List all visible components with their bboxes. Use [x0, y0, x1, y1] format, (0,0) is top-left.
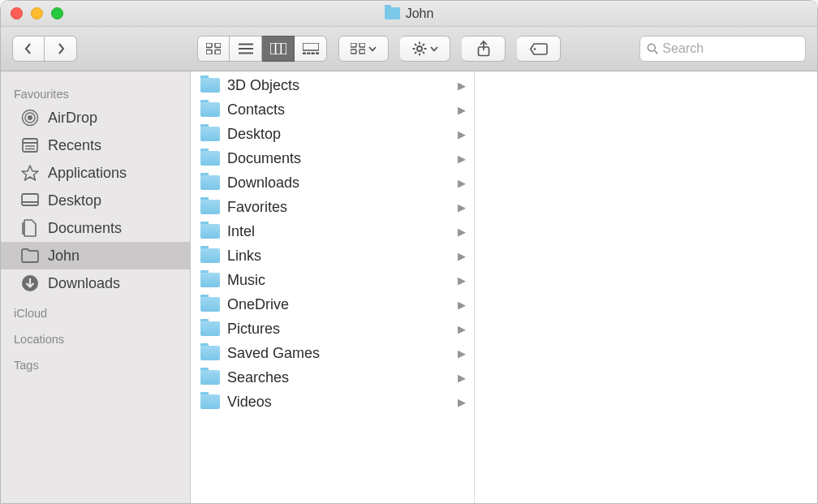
list-item[interactable]: Documents▶: [191, 146, 474, 170]
sidebar-item-desktop[interactable]: Desktop: [1, 187, 190, 214]
folder-icon: [200, 370, 220, 385]
chevron-right-icon: ▶: [458, 299, 466, 311]
svg-line-32: [654, 50, 657, 54]
minimize-button[interactable]: [31, 7, 43, 19]
list-item[interactable]: Saved Games▶: [191, 341, 474, 365]
svg-rect-12: [307, 53, 310, 55]
folder-icon: [200, 394, 220, 409]
folder-icon: [200, 224, 220, 239]
sidebar-item-downloads[interactable]: Downloads: [1, 269, 190, 297]
sidebar-item-label: AirDrop: [48, 110, 97, 127]
chevron-right-icon: ▶: [458, 201, 466, 213]
chevron-down-icon: [430, 46, 438, 52]
chevron-down-icon: [368, 46, 377, 52]
column-view: 3D Objects▶Contacts▶Desktop▶Documents▶Do…: [191, 71, 817, 503]
chevron-right-icon: ▶: [458, 177, 466, 189]
chevron-right-icon: ▶: [458, 372, 466, 384]
list-item[interactable]: Pictures▶: [191, 317, 474, 341]
sidebar-heading-tags: Tags: [1, 349, 190, 375]
list-item-label: OneDrive: [227, 296, 450, 313]
documents-icon: [20, 219, 40, 237]
list-item-label: Documents: [227, 150, 450, 167]
list-item-label: 3D Objects: [227, 77, 450, 94]
sidebar-item-airdrop[interactable]: AirDrop: [1, 104, 190, 131]
action-button[interactable]: [400, 36, 450, 62]
list-icon: [239, 43, 253, 54]
sidebar-item-documents[interactable]: Documents: [1, 214, 190, 242]
share-button[interactable]: [462, 36, 506, 62]
maximize-button[interactable]: [51, 7, 63, 19]
list-item[interactable]: Intel▶: [191, 219, 474, 243]
view-icons-button[interactable]: [197, 36, 230, 62]
svg-rect-3: [215, 50, 221, 55]
svg-line-27: [422, 44, 424, 45]
chevron-right-icon: [56, 42, 66, 55]
folder-icon: [200, 273, 220, 287]
list-item[interactable]: Music▶: [191, 268, 474, 292]
nav-group: [12, 36, 77, 62]
sidebar-item-applications[interactable]: Applications: [1, 159, 190, 187]
titlebar: John: [1, 1, 817, 27]
list-item[interactable]: Contacts▶: [191, 97, 474, 122]
sidebar-item-label: Recents: [48, 137, 101, 154]
chevron-right-icon: ▶: [458, 226, 466, 238]
desktop-icon: [20, 192, 40, 209]
tag-icon: [530, 43, 548, 55]
sidebar-item-label: Documents: [48, 220, 122, 237]
column-1[interactable]: 3D Objects▶Contacts▶Desktop▶Documents▶Do…: [191, 71, 475, 503]
list-item-label: Music: [227, 272, 450, 289]
tags-button[interactable]: [517, 36, 561, 62]
svg-rect-11: [303, 53, 306, 55]
svg-rect-36: [23, 139, 37, 152]
applications-icon: [20, 164, 40, 182]
folder-icon: [200, 248, 220, 263]
list-item[interactable]: Desktop▶: [191, 122, 474, 146]
chevron-right-icon: ▶: [458, 104, 466, 116]
folder-icon: [200, 321, 220, 336]
chevron-right-icon: ▶: [458, 250, 466, 262]
list-item-label: Pictures: [227, 321, 450, 338]
folder-icon: [200, 200, 220, 214]
list-item-label: Desktop: [227, 126, 450, 143]
view-gallery-button[interactable]: [295, 36, 327, 62]
svg-line-25: [422, 52, 424, 54]
sidebar-heading-locations: Locations: [1, 323, 190, 349]
sidebar-item-john[interactable]: John: [1, 242, 190, 269]
list-item[interactable]: Videos▶: [191, 390, 474, 414]
window-title-text: John: [406, 6, 434, 21]
search-box[interactable]: [639, 36, 806, 62]
view-list-button[interactable]: [230, 36, 262, 62]
chevron-right-icon: ▶: [458, 323, 466, 335]
view-columns-button[interactable]: [262, 36, 295, 62]
back-button[interactable]: [12, 36, 45, 62]
sidebar-item-recents[interactable]: Recents: [1, 131, 190, 159]
chevron-left-icon: [24, 42, 33, 55]
list-item[interactable]: Searches▶: [191, 365, 474, 390]
columns-icon: [270, 43, 286, 54]
forward-button[interactable]: [45, 36, 77, 62]
sidebar-item-label: John: [48, 248, 80, 265]
close-button[interactable]: [11, 7, 23, 19]
list-item-label: Favorites: [227, 199, 450, 216]
recents-icon: [20, 136, 40, 154]
list-item[interactable]: Links▶: [191, 243, 474, 268]
list-item[interactable]: 3D Objects▶: [191, 73, 474, 97]
svg-point-33: [28, 115, 32, 120]
chevron-right-icon: ▶: [458, 128, 466, 140]
list-item[interactable]: OneDrive▶: [191, 292, 474, 317]
svg-rect-1: [215, 43, 221, 48]
list-item[interactable]: Favorites▶: [191, 195, 474, 219]
list-item-label: Intel: [227, 223, 450, 240]
sidebar-item-label: Downloads: [48, 275, 120, 292]
list-item[interactable]: Downloads▶: [191, 170, 474, 195]
sidebar-heading-favourites: Favourites: [1, 78, 190, 104]
folder-icon: [200, 175, 220, 190]
svg-point-30: [533, 48, 536, 50]
svg-rect-15: [351, 43, 356, 47]
svg-line-26: [415, 52, 416, 54]
folder-icon: [200, 127, 220, 141]
svg-rect-7: [270, 43, 286, 54]
search-input[interactable]: [662, 41, 799, 56]
group-by-button[interactable]: [338, 36, 389, 62]
sidebar-heading-icloud: iCloud: [1, 297, 190, 323]
